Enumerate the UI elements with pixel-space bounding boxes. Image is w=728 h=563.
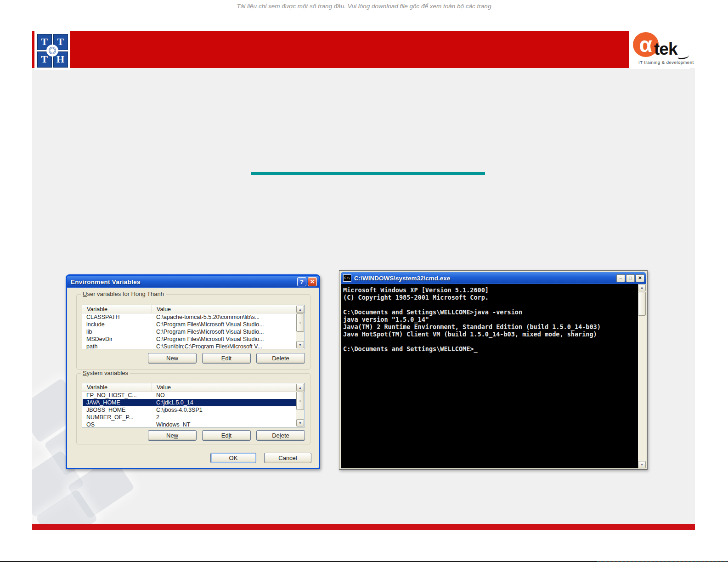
variable-value: C:\jdk1.5.0_14: [152, 399, 296, 406]
scroll-down-icon[interactable]: ▼: [296, 341, 304, 348]
variable-name: JBOSS_HOME: [83, 406, 152, 414]
system-variables-list[interactable]: Variable Value FP_NO_HOST_C...NOJAVA_HOM…: [82, 383, 305, 427]
variable-value: Windows_NT: [152, 421, 296, 427]
variable-name: OS: [83, 421, 152, 427]
user-list-header: Variable Value: [82, 305, 305, 313]
variable-name: JAVA_HOME: [83, 399, 152, 406]
atek-tagline: IT training & development: [638, 60, 694, 65]
variable-row[interactable]: OSWindows_NT: [83, 421, 296, 427]
user-variables-list[interactable]: Variable Value CLASSPATHC:\apache-tomcat…: [82, 305, 305, 349]
dialog-titlebar[interactable]: Environment Variables ? ✕: [67, 276, 319, 288]
variable-name: path: [83, 343, 152, 349]
user-variables-group-label: User variables for Hong Thanh: [81, 290, 166, 297]
variable-value: C:\Sun\bin;C:\Program Files\Microsoft V.…: [152, 343, 296, 349]
scroll-up-icon[interactable]: ▲: [296, 306, 304, 313]
variable-row[interactable]: libC:\Program Files\Microsoft Visual Stu…: [83, 328, 296, 336]
console-lines: Microsoft Windows XP [Version 5.1.2600](…: [343, 286, 635, 353]
scroll-down-icon[interactable]: ▼: [638, 461, 646, 468]
console-line: C:\Documents and Settings\WELLCOME>java …: [343, 308, 635, 316]
variable-row[interactable]: MSDevDirC:\Program Files\Microsoft Visua…: [83, 336, 296, 343]
cmd-titlebar[interactable]: C:\ C:\WINDOWS\system32\cmd.exe _ □ ✕: [341, 272, 646, 284]
variable-row[interactable]: FP_NO_HOST_C...NO: [83, 392, 296, 399]
user-list-scrollbar[interactable]: ▲ ≡ ▼: [296, 306, 304, 348]
teal-divider: [251, 172, 485, 175]
system-new-button[interactable]: New: [148, 430, 197, 441]
cmd-window: C:\ C:\WINDOWS\system32\cmd.exe _ □ ✕ Mi…: [339, 270, 648, 470]
dialog-title: Environment Variables: [71, 279, 296, 285]
console-line: Java HotSpot(TM) Client VM (build 1.5.0_…: [343, 330, 635, 338]
scroll-thumb[interactable]: ≡: [296, 313, 304, 332]
close-button[interactable]: ✕: [636, 274, 644, 282]
variable-name: NUMBER_OF_P...: [83, 414, 152, 421]
cancel-button[interactable]: Cancel: [264, 453, 311, 463]
console-line: (C) Copyright 1985-2001 Microsoft Corp.: [343, 294, 635, 301]
variable-row[interactable]: JAVA_HOMEC:\jdk1.5.0_14: [83, 399, 296, 406]
variable-value: C:\Program Files\Microsoft Visual Studio…: [152, 336, 296, 343]
column-header-variable[interactable]: Variable: [82, 383, 152, 391]
cmd-title: C:\WINDOWS\system32\cmd.exe: [354, 275, 615, 282]
system-list-rows: FP_NO_HOST_C...NOJAVA_HOMEC:\jdk1.5.0_14…: [83, 392, 296, 427]
scroll-thumb[interactable]: ≡: [296, 392, 304, 410]
console-cursor: _: [474, 345, 477, 353]
user-edit-button[interactable]: Edit: [202, 353, 251, 364]
system-delete-button[interactable]: Delete: [256, 430, 305, 441]
console-line: java version "1.5.0_14": [343, 316, 635, 323]
user-list-rows: CLASSPATHC:\apache-tomcat-5.5.20\common\…: [83, 313, 296, 349]
cmd-icon: C:\: [343, 274, 351, 282]
variable-value: C:\Program Files\Microsoft Visual Studio…: [152, 328, 296, 336]
variable-value: C:\Program Files\Microsoft Visual Studio…: [152, 321, 296, 328]
column-header-value[interactable]: Value: [152, 383, 305, 391]
column-header-variable[interactable]: Variable: [82, 305, 152, 313]
console-line: [343, 301, 635, 308]
system-variables-group-label: System variables: [81, 370, 130, 376]
ttth-center-ring: [46, 45, 58, 57]
scroll-down-icon[interactable]: ▼: [296, 419, 304, 427]
variable-row[interactable]: CLASSPATHC:\apache-tomcat-5.5.20\common\…: [83, 313, 296, 321]
ttth-logo: T T T H: [34, 31, 70, 70]
console-line: Java(TM) 2 Runtime Environment, Standard…: [343, 323, 635, 330]
ttth-logo-grid: T T T H: [37, 34, 68, 68]
help-button[interactable]: ?: [297, 277, 306, 286]
variable-value: 2: [152, 414, 296, 421]
close-button[interactable]: ✕: [308, 277, 317, 286]
scroll-thumb[interactable]: [638, 292, 646, 316]
variable-name: include: [83, 321, 152, 328]
variable-row[interactable]: JBOSS_HOMEC:\jboss-4.0.3SP1: [83, 406, 296, 414]
atek-logo: α tek IT training & development: [630, 31, 690, 69]
header-red-bar: [32, 31, 629, 68]
page-bottom-noise: [597, 561, 728, 562]
scroll-up-icon[interactable]: ▲: [296, 384, 304, 391]
system-edit-button[interactable]: Edit: [202, 430, 251, 441]
console-line: [343, 338, 635, 345]
variable-value: C:\jboss-4.0.3SP1: [152, 406, 296, 414]
variable-name: CLASSPATH: [83, 313, 152, 321]
variable-name: lib: [83, 328, 152, 336]
environment-variables-dialog: Environment Variables ? ✕ User variables…: [66, 274, 320, 469]
console-line: C:\Documents and Settings\WELLCOME>_: [343, 345, 635, 353]
atek-brand-name: tek: [654, 40, 677, 59]
ok-button[interactable]: OK: [210, 453, 256, 463]
console-scrollbar[interactable]: ▲ ▼: [638, 284, 646, 468]
document-page: Tài liệu chỉ xem được một số trang đầu. …: [0, 0, 728, 563]
atek-swoosh: [678, 53, 689, 59]
variable-name: MSDevDir: [83, 336, 152, 343]
console-output[interactable]: Microsoft Windows XP [Version 5.1.2600](…: [341, 284, 646, 468]
maximize-button[interactable]: □: [626, 274, 635, 282]
system-list-scrollbar[interactable]: ▲ ≡ ▼: [296, 384, 304, 427]
variable-value: C:\apache-tomcat-5.5.20\common\lib\s...: [152, 313, 296, 321]
console-line: Microsoft Windows XP [Version 5.1.2600]: [343, 286, 635, 294]
column-header-value[interactable]: Value: [152, 305, 305, 313]
scroll-up-icon[interactable]: ▲: [638, 284, 646, 291]
footer-red-bar: [32, 524, 695, 530]
system-list-header: Variable Value: [82, 383, 305, 392]
user-new-button[interactable]: New: [148, 353, 197, 364]
preview-notice: Tài liệu chỉ xem được một số trang đầu. …: [0, 3, 728, 10]
user-delete-button[interactable]: Delete: [256, 353, 305, 364]
minimize-button[interactable]: _: [616, 274, 625, 282]
variable-row[interactable]: NUMBER_OF_P...2: [83, 414, 296, 421]
variable-value: NO: [152, 392, 296, 399]
variable-row[interactable]: includeC:\Program Files\Microsoft Visual…: [83, 321, 296, 328]
variable-row[interactable]: pathC:\Sun\bin;C:\Program Files\Microsof…: [83, 343, 296, 349]
variable-name: FP_NO_HOST_C...: [83, 392, 152, 399]
